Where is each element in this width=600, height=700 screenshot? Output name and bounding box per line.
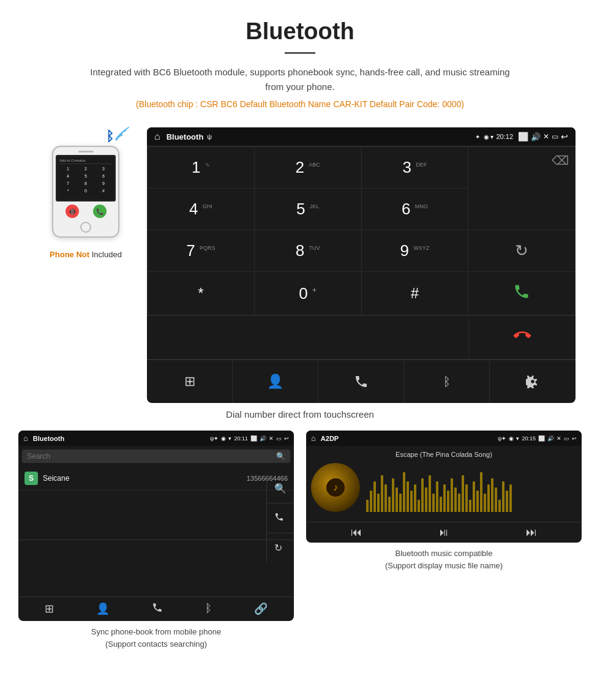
key-hash[interactable]: # (361, 272, 468, 315)
search-icon: 🔍 (276, 452, 285, 461)
key-0[interactable]: 0 + (254, 272, 361, 315)
visualizer-bar (403, 472, 405, 512)
back-icon-pb[interactable]: ↩ (284, 435, 289, 442)
visualizer-bar (473, 481, 475, 512)
phonebook-caption: Sync phone-book from mobile phone (Suppo… (91, 626, 221, 650)
phone-not-included-label: Phone Not Included (50, 250, 122, 259)
backspace-button[interactable]: ⌫ (552, 153, 569, 168)
bluetooth-status-title: Bluetooth (167, 132, 204, 141)
pb-status-icons: ✦ ◉ ▾ 20:11 ⬜ 🔊 ✕ ▭ ↩ (214, 435, 289, 442)
calls-icon[interactable] (318, 360, 404, 403)
win-icon-music[interactable]: ▭ (564, 435, 569, 442)
dial-caption: Dial number direct from touchscreen (0, 409, 600, 420)
phone-end-btn[interactable]: 📵 (66, 205, 79, 218)
home-icon-pb[interactable]: ⌂ (23, 434, 28, 443)
music-status-bar: ⌂ A2DP ψ ✦ ◉ ▾ 20:15 ⬜ 🔊 ✕ ▭ ↩ (306, 431, 582, 446)
car-status-bar: ⌂ Bluetooth ψ ✦ ◉ ▾ 20:12 ⬜ 🔊 ✕ ▭ ↩ (147, 127, 576, 146)
dial-icons-row: ⊞ 👤 ᛒ (147, 359, 576, 403)
contact-name: Seicane (43, 474, 247, 483)
visualizer-bar (454, 487, 457, 512)
call-accept-button[interactable] (468, 272, 576, 315)
visualizer-bar (370, 491, 372, 512)
contact-row[interactable]: S Seicane 13566664466 (18, 467, 294, 491)
visualizer-bar (410, 491, 413, 512)
call-end-button[interactable] (468, 316, 576, 359)
loc-icon-pb: ◉ (221, 435, 226, 442)
status-time: 20:12 (496, 133, 513, 140)
close-icon[interactable]: ✕ (543, 132, 549, 141)
settings-icon[interactable] (490, 360, 576, 403)
visualizer-bar (506, 491, 508, 512)
play-pause-button[interactable]: ⏯ (438, 526, 449, 539)
header-specs: (Bluetooth chip : CSR BC6 Default Blueto… (12, 99, 588, 109)
x-icon-music[interactable]: ✕ (557, 435, 561, 442)
page-header: Bluetooth Integrated with BC6 Bluetooth … (0, 0, 600, 127)
loc-icon-music: ◉ (509, 435, 514, 442)
visualizer-bar (487, 484, 490, 512)
pb-grid-icon[interactable]: ⊞ (45, 602, 54, 616)
phonebook-search[interactable]: 🔍 (22, 450, 290, 463)
bluetooth-icon[interactable]: ᛒ (404, 360, 490, 403)
key-3[interactable]: 3 DEF (361, 147, 468, 189)
music-status-icons: ✦ ◉ ▾ 20:15 ⬜ 🔊 ✕ ▭ ↩ (501, 435, 577, 442)
song-title: Escape (The Pina Colada Song) (311, 451, 577, 458)
visualizer-bar (502, 481, 504, 512)
pb-link-icon[interactable]: 🔗 (254, 602, 268, 616)
visualizer-bar (414, 484, 416, 512)
grid-icon[interactable]: ⊞ (147, 360, 233, 403)
music-disc: ♪ (311, 463, 360, 512)
x-icon-pb[interactable]: ✕ (269, 435, 274, 442)
camera-icon[interactable]: ⬜ (518, 132, 528, 141)
visualizer-bar (436, 481, 438, 512)
refresh-button[interactable]: ↻ (468, 230, 576, 272)
pb-time: 20:11 (234, 435, 248, 442)
pb-user-icon[interactable]: 👤 (96, 602, 110, 616)
cam-icon-music[interactable]: ⬜ (538, 435, 545, 442)
key-1[interactable]: 1 ∿ (148, 147, 255, 189)
next-button[interactable]: ⏭ (526, 526, 537, 539)
visualizer-bar (425, 487, 427, 512)
key-2[interactable]: 2 ABC (254, 147, 361, 189)
pb-calls-icon2[interactable] (152, 602, 163, 616)
pb-call-btn[interactable] (267, 503, 294, 533)
vol-icon-pb[interactable]: 🔊 (260, 435, 266, 442)
win-icon-pb[interactable]: ▭ (276, 435, 282, 442)
phone-included-text: Included (92, 250, 122, 259)
back-icon[interactable]: ↩ (561, 132, 568, 141)
phone-call-btn[interactable]: 📞 (93, 205, 107, 218)
vol-icon-music[interactable]: 🔊 (547, 435, 554, 442)
music-screenshot: ⌂ A2DP ψ ✦ ◉ ▾ 20:15 ⬜ 🔊 ✕ ▭ ↩ Escape (T… (306, 431, 582, 650)
key-star[interactable]: * (148, 272, 255, 315)
music-art-area: ♪ (311, 463, 577, 512)
prev-button[interactable]: ⏮ (351, 526, 362, 539)
key-4[interactable]: 4 GHI (148, 189, 255, 230)
key-7[interactable]: 7 PQRS (148, 230, 255, 272)
phone-mockup-wrap: ᛒ Add to Contacts 1 2 3 4 5 (24, 127, 147, 259)
music-disc-inner: ♪ (326, 478, 345, 497)
bt-icon-pb: ✦ (214, 435, 219, 442)
location-icon: ◉ (484, 134, 489, 140)
contacts-icon[interactable]: 👤 (233, 360, 318, 403)
visualizer-bar (381, 475, 383, 512)
visualizer-bar (421, 478, 424, 512)
home-icon-music[interactable]: ⌂ (311, 434, 316, 443)
volume-icon[interactable]: 🔊 (531, 132, 541, 141)
search-input[interactable] (27, 452, 276, 461)
contact-avatar: S (24, 472, 38, 485)
music-caption: Bluetooth music compatible (Support disp… (385, 548, 503, 571)
window-icon[interactable]: ▭ (552, 132, 558, 141)
pb-search-btn[interactable]: 🔍 (267, 474, 294, 503)
back-icon-music[interactable]: ↩ (572, 435, 577, 442)
phone-mockup: Add to Contacts 1 2 3 4 5 6 7 8 9 * (52, 146, 119, 238)
key-6[interactable]: 6 MNO (361, 189, 468, 230)
home-icon[interactable]: ⌂ (154, 131, 160, 142)
key-9[interactable]: 9 WXYZ (361, 230, 468, 272)
pb-sync-btn[interactable]: ↻ (267, 533, 294, 562)
key-8[interactable]: 8 TUV (254, 230, 361, 272)
keypad-grid: 1 ∿ 2 ABC 3 DEF ⌫ 4 GHI 5 JKL 6 MNO 7 PQ… (147, 146, 576, 359)
visualizer-bar (407, 481, 409, 512)
pb-bt-icon2[interactable]: ᛒ (205, 602, 212, 616)
cam-icon-pb[interactable]: ⬜ (250, 435, 257, 442)
key-5[interactable]: 5 JKL (254, 189, 361, 230)
visualizer-bar (498, 500, 501, 512)
